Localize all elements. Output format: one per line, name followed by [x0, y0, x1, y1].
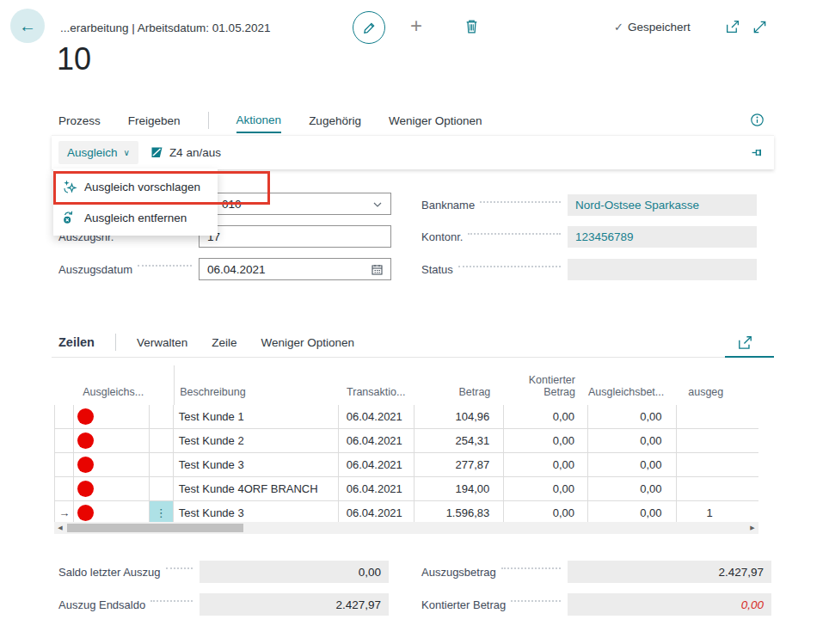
cell-context-menu-icon[interactable]: ⋮: [150, 501, 173, 524]
focus-mode-button[interactable]: [737, 335, 753, 351]
cell-menu-cell[interactable]: ⋮: [150, 501, 174, 524]
combo-chevron-down-icon[interactable]: [372, 199, 383, 210]
open-in-window-button[interactable]: [725, 20, 740, 34]
tab-prozess[interactable]: Prozess: [58, 114, 101, 132]
ausgleich-dropdown-button[interactable]: Ausgleich ∨: [58, 141, 138, 164]
lines-menu-weniger-optionen[interactable]: Weniger Optionen: [261, 336, 354, 349]
beschreibung-cell[interactable]: Test Kunde 1: [174, 405, 339, 428]
ausgleichs-status-cell[interactable]: [74, 501, 149, 524]
beschreibung-cell[interactable]: Test Kunde 2: [174, 429, 339, 452]
kontonr-field[interactable]: 123456789: [568, 226, 757, 248]
transaktionsdatum-cell[interactable]: 06.04.2021: [339, 405, 414, 428]
auszugsnr-input[interactable]: 17: [199, 225, 391, 248]
ausgleichsbetrag-cell[interactable]: 0,00: [588, 453, 677, 476]
header-kontierter-betrag[interactable]: Kontierter Betrag: [504, 374, 588, 405]
table-row[interactable]: Test Kunde 2 06.04.2021 254,31 0,00 0,00: [54, 429, 758, 453]
ausgleichsbetrag-cell[interactable]: 0,00: [588, 405, 677, 428]
table-row[interactable]: Test Kunde 4ORF BRANCH 06.04.2021 194,00…: [54, 477, 758, 501]
cell-menu-cell: [150, 405, 174, 428]
ausgleichs-status-cell[interactable]: [74, 405, 149, 428]
ausgeglichen-cell[interactable]: [677, 405, 758, 428]
betrag-cell[interactable]: 1.596,83: [414, 501, 504, 524]
tab-freigeben[interactable]: Freigeben: [128, 114, 181, 132]
z4-toggle-button[interactable]: Z4 an/aus: [150, 146, 221, 159]
tab-aktionen[interactable]: Aktionen: [236, 113, 282, 133]
resize-diagonal-icon: [752, 19, 768, 35]
lines-menu-verwalten[interactable]: Verwalten: [137, 336, 187, 349]
transaktionsdatum-cell[interactable]: 06.04.2021: [339, 501, 414, 524]
header-betrag[interactable]: Betrag: [414, 386, 504, 405]
field-row-kontierter-betrag: Kontierter Betrag 0,00: [421, 593, 771, 616]
lines-menu-zeile[interactable]: Zeile: [212, 336, 236, 349]
saved-label: Gespeichert: [628, 21, 691, 34]
table-header-row: Ausgleichs... Beschreibung Transaktio...…: [54, 365, 758, 405]
kontierter-betrag-cell[interactable]: 0,00: [504, 453, 588, 476]
ausgleichs-status-cell[interactable]: [74, 477, 149, 500]
ausgeglichen-cell[interactable]: 1: [677, 501, 758, 524]
new-button[interactable]: +: [410, 15, 422, 36]
scrollbar-thumb[interactable]: [67, 524, 243, 532]
menu-item-ausgleich-entfernen[interactable]: Ausgleich entfernen: [53, 202, 218, 233]
horizontal-scrollbar[interactable]: ◀ ▶: [54, 522, 758, 534]
dotted-leader: [480, 201, 561, 203]
edit-button[interactable]: [353, 11, 385, 44]
table-row[interactable]: Test Kunde 1 06.04.2021 104,96 0,00 0,00: [54, 405, 758, 429]
beschreibung-cell[interactable]: Test Kunde 3: [174, 501, 339, 524]
ausgeglichen-cell[interactable]: [677, 477, 758, 500]
bankkonto-combobox[interactable]: 010: [199, 193, 391, 215]
auszugsdatum-value: 06.04.2021: [200, 263, 266, 276]
header-transaktionsdatum[interactable]: Transaktio...: [339, 386, 414, 405]
kontonr-value[interactable]: 123456789: [568, 230, 634, 243]
betrag-cell[interactable]: 194,00: [414, 477, 504, 500]
header-ausgeglichen[interactable]: ausgeg: [678, 386, 758, 405]
dotted-leader: [501, 567, 561, 569]
menu-item-ausgleich-vorschlagen[interactable]: Ausgleich vorschlagen: [53, 171, 218, 202]
delete-button[interactable]: [464, 19, 479, 34]
header-ausgleichsbetrag[interactable]: Ausgleichsbet...: [588, 386, 678, 405]
beschreibung-cell[interactable]: Test Kunde 3: [174, 453, 339, 476]
kontierter-betrag-cell[interactable]: 0,00: [504, 477, 588, 500]
ribbon-tabs: Prozess Freigeben Aktionen Zugehörig Wen…: [58, 112, 510, 134]
transaktionsdatum-cell[interactable]: 06.04.2021: [339, 477, 414, 500]
header-ausgleichs[interactable]: Ausgleichs...: [74, 386, 150, 405]
pencil-icon: [362, 21, 377, 35]
back-button[interactable]: ←: [10, 9, 45, 43]
kontierter-betrag-cell[interactable]: 0,00: [504, 429, 588, 452]
beschreibung-cell[interactable]: Test Kunde 4ORF BRANCH: [174, 477, 339, 500]
tab-weniger-optionen[interactable]: Weniger Optionen: [389, 114, 482, 132]
ausgleichsbetrag-cell[interactable]: 0,00: [588, 429, 677, 452]
ausgleichs-status-cell[interactable]: [74, 429, 149, 452]
header-beschreibung[interactable]: Beschreibung: [174, 365, 339, 405]
calendar-icon[interactable]: [371, 263, 384, 276]
ausgleichsbetrag-cell[interactable]: 0,00: [588, 501, 677, 524]
auszugsdatum-input[interactable]: 06.04.2021: [199, 258, 391, 280]
field-row-bankname: Bankname Nord-Ostsee Sparkasse: [421, 194, 757, 216]
page-title: 10: [57, 41, 91, 77]
kontierter-betrag-cell[interactable]: 0,00: [504, 501, 588, 524]
fullscreen-button[interactable]: [752, 19, 768, 35]
table-row[interactable]: Test Kunde 3 06.04.2021 277,87 0,00 0,00: [54, 453, 758, 477]
dotted-leader: [468, 233, 561, 235]
ausgeglichen-cell[interactable]: [677, 429, 758, 452]
bankname-value[interactable]: Nord-Ostsee Sparkasse: [568, 199, 699, 212]
betrag-cell[interactable]: 104,96: [414, 405, 504, 428]
transaktionsdatum-cell[interactable]: 06.04.2021: [339, 429, 414, 452]
ausgleichsbetrag-cell[interactable]: 0,00: [588, 477, 677, 500]
transaktionsdatum-cell[interactable]: 06.04.2021: [339, 453, 414, 476]
lines-section-title: Zeilen: [58, 335, 95, 349]
bankname-field[interactable]: Nord-Ostsee Sparkasse: [568, 194, 757, 216]
betrag-cell[interactable]: 254,31: [414, 429, 504, 452]
info-button[interactable]: [750, 113, 765, 127]
saldo-field: 0,00: [200, 561, 389, 583]
scroll-left-icon[interactable]: ◀: [54, 524, 66, 531]
tab-zugehoerig[interactable]: Zugehörig: [309, 114, 361, 132]
betrag-cell[interactable]: 277,87: [414, 453, 504, 476]
scroll-right-icon[interactable]: ▶: [746, 524, 758, 531]
ausgeglichen-cell[interactable]: [677, 453, 758, 476]
pin-button[interactable]: [751, 145, 765, 160]
ausgleichs-status-cell[interactable]: [74, 453, 149, 476]
kontierter-betrag-cell[interactable]: 0,00: [504, 405, 588, 428]
red-status-circle-icon: [77, 457, 94, 473]
save-status: ✓ Gespeichert: [614, 21, 691, 34]
endsaldo-label: Auszug Endsaldo: [58, 598, 145, 611]
